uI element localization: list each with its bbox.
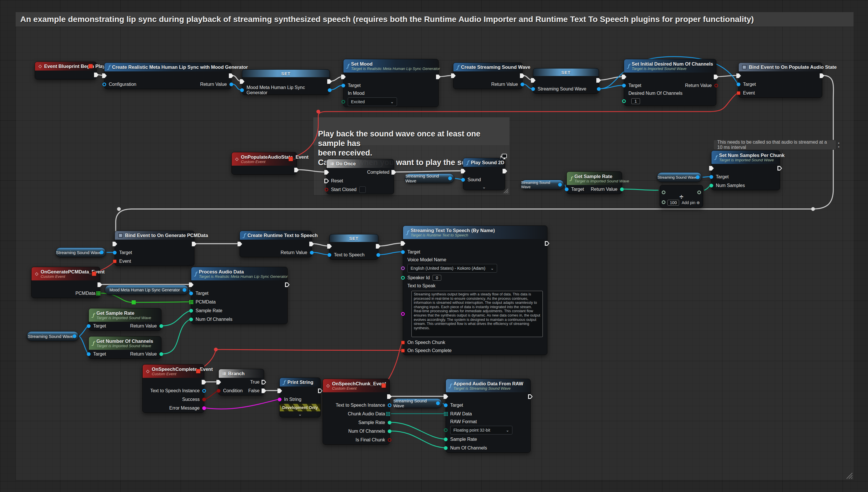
pill-ssw-4-output-pin[interactable] xyxy=(100,251,103,254)
append-audio-data-from-raw-in-4-pin[interactable] xyxy=(444,428,448,432)
create-runtime-tts-in-0-pin[interactable] xyxy=(238,242,242,246)
target-pin[interactable] xyxy=(622,84,626,88)
text-to-speech-pin[interactable] xyxy=(328,253,331,257)
chunk-audio-data-pin[interactable] xyxy=(386,412,387,413)
reroute-node[interactable] xyxy=(316,110,320,114)
set-num-samples-per-chunk-in-0-pin[interactable] xyxy=(709,166,714,171)
target-pin[interactable] xyxy=(113,251,117,255)
on-speech-chunk-event-header[interactable]: ◇OnSpeechChunk_EventCustom Event xyxy=(323,379,390,392)
sound-pin[interactable] xyxy=(461,178,465,182)
set-mood-generator-var-header[interactable]: SET xyxy=(242,70,330,77)
delegate-pin[interactable] xyxy=(92,271,96,276)
append-audio-data-from-raw-node[interactable]: ƒAppend Audio Data From RAWTarget is Str… xyxy=(446,379,531,453)
mood-meta-human-lip-sync-generator-pin[interactable] xyxy=(240,89,244,92)
start-closed-pin[interactable] xyxy=(325,188,328,192)
outer-comment-resize-handle[interactable] xyxy=(845,472,853,479)
delegate-pin[interactable] xyxy=(288,157,293,161)
on-generate-pcmdata-event-node[interactable]: ◇OnGeneratePCMData_EventCustom EventPCMD… xyxy=(31,267,100,298)
append-audio-data-from-raw-header[interactable]: ƒAppend Audio Data From RAWTarget is Str… xyxy=(446,379,530,392)
streaming-tts-by-name-value-box[interactable]: 0 xyxy=(432,275,441,281)
bind-on-populate-audio-state-node[interactable]: Bind Event to On Populate Audio StateTar… xyxy=(738,63,822,98)
reroute-grid-node[interactable] xyxy=(132,300,136,304)
set-streaming-sound-wave-var-in-0-pin[interactable] xyxy=(531,78,536,83)
delegate-pin[interactable] xyxy=(381,383,386,388)
do-once-header[interactable]: ⇉Do Once xyxy=(327,159,394,168)
append-audio-data-from-raw-in-0-pin[interactable] xyxy=(444,394,448,399)
pill-mood-gen-output-pin[interactable] xyxy=(183,288,186,292)
pill-ssw-3-output-pin[interactable] xyxy=(696,175,700,179)
play-sound-2d-node[interactable]: ƒPlay Sound 2DSound⌄ xyxy=(463,158,505,190)
on-speech-chunk-event-node[interactable]: ◇OnSpeechChunk_EventCustom EventText to … xyxy=(323,379,390,445)
append-audio-data-from-raw-dropdown[interactable]: Floating point 32-bit⌄ xyxy=(450,426,512,435)
delegate-pin[interactable] xyxy=(88,64,93,69)
note-bubble[interactable]: This needs to be called so that audio is… xyxy=(713,140,836,150)
streaming-tts-by-name-dropdown[interactable]: English (United States) - Kokoro (Adam)⌄ xyxy=(407,264,497,273)
create-realistic-lipsync-in-0-pin[interactable] xyxy=(102,73,107,78)
streaming-tts-by-name-in-3-pin[interactable] xyxy=(401,267,405,270)
outer-comment-header[interactable]: An example demonstrating lip sync during… xyxy=(16,12,853,27)
branch-header[interactable]: ⇉Branch xyxy=(219,369,264,378)
divide-node[interactable]: 100 ÷ Add pin ⊕ xyxy=(660,185,703,207)
on-speech-chunk-pin[interactable] xyxy=(401,341,405,345)
event-pin[interactable] xyxy=(737,91,741,95)
reroute-node[interactable] xyxy=(214,348,218,351)
pill-ssw-2-output-pin[interactable] xyxy=(558,183,562,187)
target-pin[interactable] xyxy=(565,188,568,191)
reroute-node[interactable] xyxy=(117,207,121,211)
set-num-samples-per-chunk-node[interactable]: ƒSet Num Samples Per ChunkTarget is Impo… xyxy=(711,150,780,190)
inner-comment-resize-handle[interactable] xyxy=(503,188,509,194)
set-initial-num-channels-in-3-pin[interactable] xyxy=(622,99,626,103)
configuration-pin[interactable] xyxy=(102,83,106,87)
pill-ssw-1-output-pin[interactable] xyxy=(448,177,452,180)
bind-on-populate-audio-state-header[interactable]: Bind Event to On Populate Audio State xyxy=(739,63,822,71)
pill-ssw-6-output-pin[interactable] xyxy=(436,401,440,405)
return-value-pin[interactable] xyxy=(310,251,314,255)
streaming-tts-by-name-in-0-pin[interactable] xyxy=(401,241,405,246)
return-value-pin[interactable] xyxy=(159,324,163,328)
bind-on-generate-pcmdata-in-0-pin[interactable] xyxy=(113,242,117,246)
set-text-to-speech-var-out-1-pin[interactable] xyxy=(376,253,380,257)
get-number-of-channels-header[interactable]: ƒGet Number Of ChannelsTarget is Importe… xyxy=(89,337,161,350)
reset-pin[interactable] xyxy=(324,179,329,183)
return-value-pin[interactable] xyxy=(230,83,233,87)
return-value-pin[interactable] xyxy=(620,188,624,191)
set-streaming-sound-wave-var-out-1-pin[interactable] xyxy=(597,87,601,91)
pcmdata-pin[interactable] xyxy=(189,300,190,301)
expand-pins-chevron[interactable]: ⌄ xyxy=(280,411,320,417)
create-streaming-sound-wave-in-0-pin[interactable] xyxy=(451,73,456,78)
pill-ssw-4[interactable]: Streaming Sound Wave xyxy=(55,247,106,257)
num-of-channels-pin[interactable] xyxy=(189,318,193,321)
get-sample-rate-2-node[interactable]: ƒGet Sample RateTarget is Imported Sound… xyxy=(89,308,161,331)
set-mood-dropdown[interactable]: Excited⌄ xyxy=(348,97,397,106)
create-streaming-sound-wave-header[interactable]: ƒCreate Streaming Sound Wave xyxy=(453,63,522,71)
begin-play-header[interactable]: ◇Event Blueprint Begin Play xyxy=(35,62,96,71)
reroute-node[interactable] xyxy=(811,207,815,211)
pill-ssw-3[interactable]: Streaming Sound Wave xyxy=(657,172,702,182)
set-text-to-speech-var-header[interactable]: SET xyxy=(330,235,378,242)
print-string-header[interactable]: ƒPrint String xyxy=(280,378,320,387)
process-audio-data-node[interactable]: ƒProcess Audio DataTarget is Realistic M… xyxy=(191,267,288,324)
speaker-id-pin[interactable] xyxy=(401,276,405,280)
in-string-pin[interactable] xyxy=(278,398,282,401)
raw-data-pin[interactable] xyxy=(444,412,445,413)
bind-on-generate-pcmdata-node[interactable]: Bind Event to On Generate PCMDataTargetE… xyxy=(115,231,194,266)
condition-pin[interactable] xyxy=(217,389,220,393)
do-once-node[interactable]: ⇉Do OnceCompletedResetStart Closed xyxy=(326,159,394,194)
pill-ssw-5-output-pin[interactable] xyxy=(73,335,76,338)
create-realistic-lipsync-node[interactable]: ƒCreate Realistic Meta Human Lip Sync wi… xyxy=(104,63,232,89)
pill-mood-gen[interactable]: Mood Meta Human Lip Sync Generator xyxy=(105,285,189,295)
set-text-to-speech-var-node[interactable]: SETText to Speech xyxy=(329,234,378,260)
set-num-samples-per-chunk-header[interactable]: ƒSet Num Samples Per ChunkTarget is Impo… xyxy=(711,151,780,164)
target-pin[interactable] xyxy=(444,403,448,407)
on-populate-audio-state-event-node[interactable]: ◇OnPopulateAudioState_EventCustom Event xyxy=(232,152,297,175)
on-speech-complete-event-header[interactable]: ◇OnSpeechComplete_EventCustom Event xyxy=(143,365,204,378)
set-mood-header[interactable]: ƒSet MoodTarget is Realistic Meta Human … xyxy=(344,59,438,73)
divide-input-b-pin[interactable] xyxy=(662,200,665,204)
text-to-speak-input[interactable]: Streaming synthesis output begins with a… xyxy=(412,291,543,337)
num-of-channels-pin[interactable] xyxy=(444,446,448,450)
bind-on-generate-pcmdata-header[interactable]: Bind Event to On Generate PCMData xyxy=(115,231,194,240)
on-generate-pcmdata-event-header[interactable]: ◇OnGeneratePCMData_EventCustom Event xyxy=(31,267,100,280)
set-streaming-sound-wave-var-node[interactable]: SETStreaming Sound Wave xyxy=(533,68,599,94)
get-number-of-channels-node[interactable]: ƒGet Number Of ChannelsTarget is Importe… xyxy=(89,336,161,359)
divide-input-a-pin[interactable] xyxy=(662,191,665,194)
